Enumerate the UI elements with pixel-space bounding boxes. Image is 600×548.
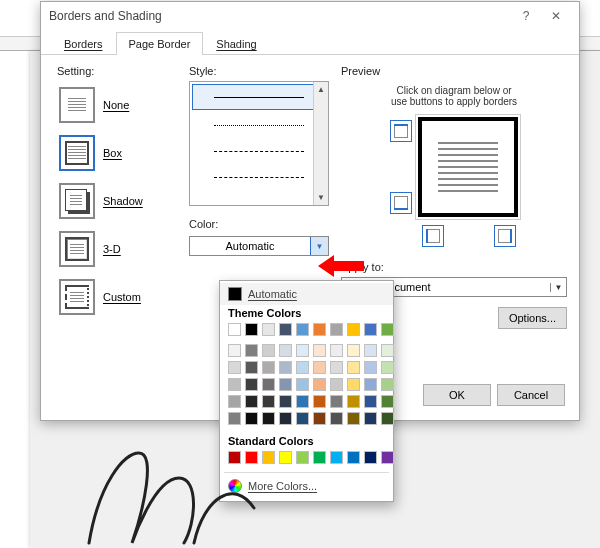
color-swatch[interactable]: [296, 323, 309, 336]
color-swatch[interactable]: [330, 412, 343, 425]
setting-shadow[interactable]: Shadow: [57, 181, 177, 221]
color-swatch[interactable]: [330, 395, 343, 408]
options-button[interactable]: Options...: [498, 307, 567, 329]
color-swatch[interactable]: [279, 451, 292, 464]
color-swatch[interactable]: [245, 323, 258, 336]
border-left-button[interactable]: [422, 225, 444, 247]
style-dashdot[interactable]: [190, 164, 328, 190]
color-swatch[interactable]: [228, 344, 241, 357]
border-right-button[interactable]: [494, 225, 516, 247]
color-swatch[interactable]: [381, 323, 394, 336]
color-swatch[interactable]: [262, 323, 275, 336]
color-swatch[interactable]: [330, 361, 343, 374]
color-swatch[interactable]: [279, 361, 292, 374]
color-swatch[interactable]: [228, 361, 241, 374]
color-swatch[interactable]: [347, 451, 360, 464]
cancel-button[interactable]: Cancel: [497, 384, 565, 406]
border-bottom-button[interactable]: [390, 192, 412, 214]
color-swatch[interactable]: [313, 378, 326, 391]
help-button[interactable]: ?: [511, 6, 541, 26]
color-swatch[interactable]: [279, 323, 292, 336]
color-swatch[interactable]: [313, 395, 326, 408]
color-swatch[interactable]: [364, 361, 377, 374]
tab-page-border[interactable]: Page Border: [116, 32, 204, 55]
color-swatch[interactable]: [381, 451, 394, 464]
color-swatch[interactable]: [364, 451, 377, 464]
color-swatch[interactable]: [228, 412, 241, 425]
color-swatch[interactable]: [262, 344, 275, 357]
line-style-list[interactable]: ▲ ▼: [189, 81, 329, 206]
color-swatch[interactable]: [347, 323, 360, 336]
color-swatch[interactable]: [262, 361, 275, 374]
page-diagram[interactable]: [418, 117, 518, 217]
style-scrollbar[interactable]: ▲ ▼: [313, 82, 328, 205]
color-swatch[interactable]: [313, 451, 326, 464]
style-dotted[interactable]: [190, 112, 328, 138]
color-swatch[interactable]: [279, 395, 292, 408]
color-swatch[interactable]: [279, 344, 292, 357]
color-swatch[interactable]: [245, 344, 258, 357]
color-swatch[interactable]: [245, 395, 258, 408]
titlebar: Borders and Shading ? ✕: [41, 2, 579, 30]
color-swatch[interactable]: [262, 378, 275, 391]
color-swatch[interactable]: [330, 451, 343, 464]
standard-colors-heading: Standard Colors: [220, 433, 393, 449]
style-dashed[interactable]: [190, 138, 328, 164]
color-combobox[interactable]: Automatic ▼: [189, 236, 329, 256]
scroll-up-icon[interactable]: ▲: [314, 82, 328, 97]
color-swatch[interactable]: [381, 361, 394, 374]
color-swatch[interactable]: [279, 378, 292, 391]
color-swatch[interactable]: [347, 361, 360, 374]
color-swatch[interactable]: [228, 395, 241, 408]
color-swatch[interactable]: [245, 361, 258, 374]
scroll-down-icon[interactable]: ▼: [314, 190, 328, 205]
color-swatch[interactable]: [296, 395, 309, 408]
color-swatch[interactable]: [279, 412, 292, 425]
color-swatch[interactable]: [347, 378, 360, 391]
color-swatch[interactable]: [245, 412, 258, 425]
color-swatch[interactable]: [296, 344, 309, 357]
color-swatch[interactable]: [381, 378, 394, 391]
color-swatch[interactable]: [262, 412, 275, 425]
setting-custom[interactable]: Custom: [57, 277, 177, 317]
setting-box[interactable]: Box: [57, 133, 177, 173]
color-swatch[interactable]: [364, 323, 377, 336]
style-solid[interactable]: [192, 84, 326, 110]
tab-borders[interactable]: Borders: [51, 32, 116, 55]
color-swatch[interactable]: [296, 412, 309, 425]
color-swatch[interactable]: [364, 344, 377, 357]
color-heading: Color:: [189, 218, 329, 230]
color-swatch[interactable]: [364, 395, 377, 408]
color-swatch[interactable]: [347, 344, 360, 357]
color-swatch[interactable]: [364, 412, 377, 425]
ok-button[interactable]: OK: [423, 384, 491, 406]
color-swatch[interactable]: [228, 378, 241, 391]
color-swatch[interactable]: [381, 344, 394, 357]
setting-none[interactable]: None: [57, 85, 177, 125]
color-swatch[interactable]: [364, 378, 377, 391]
color-swatch[interactable]: [313, 344, 326, 357]
color-swatch[interactable]: [330, 323, 343, 336]
color-swatch[interactable]: [330, 378, 343, 391]
color-swatch[interactable]: [381, 395, 394, 408]
color-swatch[interactable]: [313, 323, 326, 336]
tab-shading[interactable]: Shading: [203, 32, 269, 55]
color-swatch[interactable]: [296, 451, 309, 464]
setting-3d[interactable]: 3-D: [57, 229, 177, 269]
chevron-down-icon[interactable]: ▼: [310, 237, 328, 255]
color-swatch[interactable]: [330, 344, 343, 357]
color-swatch[interactable]: [262, 395, 275, 408]
chevron-down-icon[interactable]: ▼: [550, 283, 566, 292]
color-swatch[interactable]: [347, 412, 360, 425]
color-automatic[interactable]: Automatic: [220, 283, 393, 305]
color-swatch[interactable]: [313, 361, 326, 374]
color-swatch[interactable]: [228, 323, 241, 336]
border-top-button[interactable]: [390, 120, 412, 142]
color-swatch[interactable]: [313, 412, 326, 425]
color-swatch[interactable]: [381, 412, 394, 425]
close-button[interactable]: ✕: [541, 6, 571, 26]
color-swatch[interactable]: [296, 378, 309, 391]
color-swatch[interactable]: [296, 361, 309, 374]
color-swatch[interactable]: [245, 378, 258, 391]
color-swatch[interactable]: [347, 395, 360, 408]
